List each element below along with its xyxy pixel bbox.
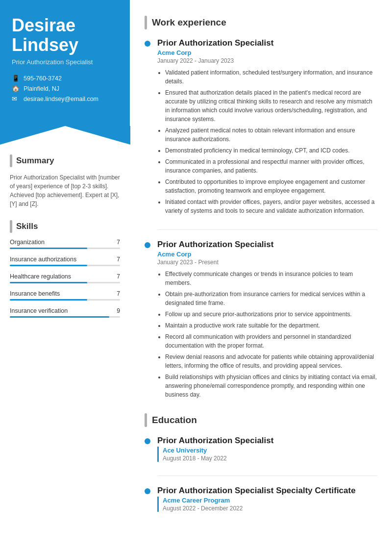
entry-company: Acme Corp — [157, 251, 377, 258]
candidate-title: Prior Authorization Specialist — [12, 58, 118, 66]
section-divider — [157, 476, 377, 476]
bullet-item: Record all communication with providers … — [165, 332, 377, 350]
skill-bar-fill — [10, 299, 87, 301]
resume-container: Desirae Lindsey Prior Authorization Spec… — [0, 0, 392, 553]
skill-bar-fill — [10, 282, 87, 283]
skill-bar-bg — [10, 299, 120, 301]
skill-score: 7 — [117, 290, 120, 297]
work-experience-title: Work experience — [152, 17, 226, 28]
entry-bullets-list: Validated patient information, scheduled… — [157, 68, 377, 215]
skill-name: Healthcare regulations — [10, 273, 71, 280]
work-experience-bar — [145, 16, 147, 29]
bullet-item: Validated patient information, scheduled… — [165, 68, 377, 86]
skills-bar — [10, 220, 12, 233]
skills-title: Skills — [16, 222, 38, 231]
education-entry: Prior Authorization Specialist Specialty… — [145, 486, 377, 516]
entry-dates: August 2022 - December 2022 — [163, 505, 377, 512]
skills-list: Organization 7 Insurance authorizations … — [10, 239, 120, 318]
email-icon: ✉ — [12, 95, 20, 102]
location-icon: 🏠 — [12, 85, 20, 92]
main-content: Work experience Prior Authorization Spec… — [130, 0, 392, 553]
entry-dot — [145, 41, 150, 47]
skill-bar-fill — [10, 265, 87, 266]
bullet-item: Analyzed patient medical notes to obtain… — [165, 126, 377, 144]
skill-name: Organization — [10, 239, 45, 246]
skill-name: Insurance benefits — [10, 290, 60, 297]
bullet-item: Maintain a productive work rate suitable… — [165, 321, 377, 330]
bullet-item: Obtain pre-authorization from insurance … — [165, 290, 377, 307]
entry-job-title: Prior Authorization Specialist — [157, 240, 377, 250]
entry-bullets-list: Effectively communicate changes or trend… — [157, 270, 377, 399]
bullet-item: Build relationships with physician offic… — [165, 373, 377, 399]
work-entry: Prior Authorization Specialist Acme Corp… — [145, 240, 377, 402]
skill-item: Organization 7 — [10, 239, 120, 249]
skill-bar-bg — [10, 248, 120, 249]
skill-bar-bg — [10, 282, 120, 283]
summary-bar — [10, 154, 12, 167]
education-entry: Prior Authorization Specialist Ace Unive… — [145, 436, 377, 466]
skill-bar-fill — [10, 248, 87, 249]
bullet-item: Communicated in a professional and respe… — [165, 157, 377, 175]
work-entry: Prior Authorization Specialist Acme Corp… — [145, 38, 377, 218]
skill-score: 7 — [117, 273, 120, 280]
skill-bar-bg — [10, 265, 120, 266]
bullet-item: Review denial reasons and advocate for p… — [165, 352, 377, 370]
section-divider — [157, 229, 377, 230]
entry-company: Acme Corp — [157, 49, 377, 56]
skill-item: Insurance benefits 7 — [10, 290, 120, 301]
summary-title: Summary — [16, 156, 54, 166]
entry-dates: August 2018 - May 2022 — [163, 455, 377, 462]
skill-bar-bg — [10, 316, 120, 318]
contact-location: 🏠 Plainfield, NJ — [12, 85, 118, 92]
contact-email: ✉ desirae.lindsey@email.com — [12, 95, 118, 102]
sidebar-blue-header: Desirae Lindsey Prior Authorization Spec… — [0, 0, 130, 105]
entry-content: Prior Authorization Specialist Ace Unive… — [157, 436, 377, 466]
skill-item: Insurance authorizations 7 — [10, 256, 120, 266]
entry-dot — [145, 488, 150, 494]
education-header: Education — [145, 413, 377, 427]
entry-edu-title: Prior Authorization Specialist — [157, 436, 377, 446]
sidebar-white-section: Summary Prior Authorization Specialist w… — [0, 126, 130, 553]
work-experience-header: Work experience — [145, 16, 377, 29]
sidebar: Desirae Lindsey Prior Authorization Spec… — [0, 0, 130, 553]
bullet-item: Demonstrated proficiency in medical term… — [165, 146, 377, 155]
entry-dot — [145, 438, 150, 444]
skill-score: 9 — [117, 307, 120, 314]
entry-content: Prior Authorization Specialist Acme Corp… — [157, 38, 377, 218]
work-entries: Prior Authorization Specialist Acme Corp… — [145, 38, 377, 402]
entry-dates: January 2022 - January 2023 — [157, 57, 377, 64]
entry-content: Prior Authorization Specialist Specialty… — [157, 486, 377, 516]
skill-score: 7 — [117, 239, 120, 246]
entry-edu-title: Prior Authorization Specialist Specialty… — [157, 486, 377, 496]
sidebar-chevron — [0, 105, 130, 126]
entry-dot — [145, 242, 150, 248]
entry-dates: January 2023 - Present — [157, 259, 377, 266]
skill-score: 7 — [117, 256, 120, 263]
entry-institution: Ace University — [163, 447, 377, 454]
skill-name: Insurance verification — [10, 307, 68, 314]
skills-section-header: Skills — [10, 220, 120, 233]
contact-phone: 📱 595-760-3742 — [12, 75, 118, 82]
bullet-item: Contributed to opportunities to improve … — [165, 177, 377, 195]
skill-bar-fill — [10, 316, 109, 318]
phone-icon: 📱 — [12, 75, 20, 82]
bullet-item: Follow up and secure prior-authorization… — [165, 310, 377, 319]
education-entries: Prior Authorization Specialist Ace Unive… — [145, 436, 377, 516]
bullet-item: Initiated contact with provider offices,… — [165, 198, 377, 215]
bullet-item: Effectively communicate changes or trend… — [165, 270, 377, 287]
entry-job-title: Prior Authorization Specialist — [157, 38, 377, 48]
education-bar — [145, 413, 147, 427]
summary-text: Prior Authorization Specialist with [num… — [10, 173, 120, 208]
entry-institution: Acme Career Program — [163, 497, 377, 504]
education-title: Education — [152, 415, 197, 426]
bullet-item: Ensured that authorization details place… — [165, 88, 377, 124]
entry-content: Prior Authorization Specialist Acme Corp… — [157, 240, 377, 402]
skill-item: Healthcare regulations 7 — [10, 273, 120, 283]
summary-section-header: Summary — [10, 154, 120, 167]
skill-name: Insurance authorizations — [10, 256, 76, 263]
candidate-name: Desirae Lindsey — [12, 16, 118, 54]
skill-item: Insurance verification 9 — [10, 307, 120, 318]
